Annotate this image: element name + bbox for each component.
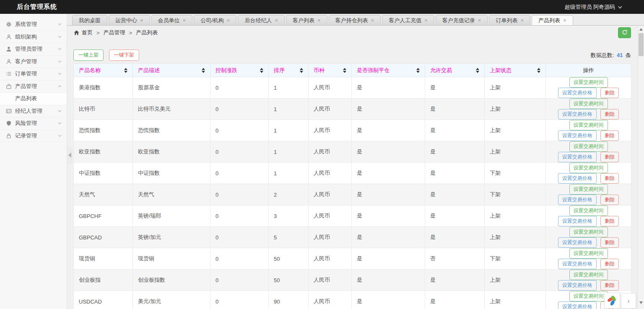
tab-my-desktop[interactable]: 我的桌面 — [72, 15, 107, 25]
set-trade-time-button[interactable]: 设置交易时间 — [569, 248, 608, 259]
sidebar-collapse-handle[interactable] — [67, 147, 73, 164]
column-header-product-name[interactable]: 产品名称 — [74, 64, 133, 77]
data-total: 数据总数: 41 条 — [591, 52, 631, 59]
sidebar-item-product-list[interactable]: 产品列表 — [0, 93, 67, 105]
sidebar-item-risk-management[interactable]: 风险管理 — [0, 117, 67, 130]
column-header-currency[interactable]: 币种 — [309, 64, 352, 77]
cell-price-control: 0 — [210, 120, 269, 141]
tab-member-units[interactable]: 会员单位× — [151, 15, 193, 25]
scroll-up-icon[interactable] — [639, 28, 643, 31]
delete-button[interactable]: 删除 — [600, 237, 619, 248]
breadcrumb-product-list[interactable]: 产品列表 — [136, 29, 158, 36]
column-header-listing-status[interactable]: 上架状态 — [485, 64, 546, 77]
tab-customer-manual-deposit[interactable]: 客户人工充值× — [382, 15, 434, 25]
tab-close-icon[interactable]: × — [275, 18, 278, 23]
set-trade-price-button[interactable]: 设置交易价格 — [558, 301, 597, 309]
delete-button[interactable]: 删除 — [600, 216, 619, 226]
delete-button[interactable]: 删除 — [600, 109, 619, 119]
set-trade-time-button[interactable]: 设置交易时间 — [569, 99, 608, 109]
main-area: 我的桌面 运营中心× 会员单位× 公司/机构× 后台经纪人× 客户列表× 客户持… — [67, 14, 644, 309]
tab-customer-list[interactable]: 客户列表× — [286, 15, 327, 25]
delete-button[interactable]: 删除 — [600, 259, 619, 269]
set-trade-price-button[interactable]: 设置交易价格 — [558, 195, 597, 205]
set-trade-price-button[interactable]: 设置交易价格 — [558, 88, 597, 98]
set-trade-time-button[interactable]: 设置交易时间 — [569, 184, 608, 195]
cell-product-desc: 创业板指数 — [133, 270, 210, 291]
set-trade-time-button[interactable]: 设置交易时间 — [569, 77, 608, 88]
sidebar-item-product-management[interactable]: 产品管理 — [0, 80, 67, 93]
sort-icon — [416, 68, 420, 73]
cell-price-control: 0 — [210, 248, 269, 270]
sidebar-item-order-management[interactable]: 订单管理 — [0, 68, 67, 80]
column-header-allow-trading[interactable]: 允许交易 — [425, 64, 485, 77]
scrollbar-thumb[interactable] — [639, 33, 644, 56]
breadcrumb-home[interactable]: 首页 — [82, 29, 93, 36]
tab-close-icon[interactable]: × — [227, 18, 230, 23]
sidebar-item-customer-management[interactable]: 客户管理 — [0, 56, 67, 68]
tab-close-icon[interactable]: × — [424, 18, 428, 23]
delete-button[interactable]: 删除 — [600, 173, 619, 184]
breadcrumb-product-management[interactable]: 产品管理 — [104, 29, 125, 36]
sidebar-item-broker-management[interactable]: 经纪人管理 — [0, 105, 67, 118]
set-trade-price-button[interactable]: 设置交易价格 — [558, 173, 597, 184]
sidebar-item-admin-management[interactable]: 管理员管理 — [0, 43, 67, 56]
vertical-scrollbar[interactable] — [638, 26, 644, 309]
tab-close-icon[interactable]: × — [371, 18, 374, 23]
delete-button[interactable]: 删除 — [600, 152, 619, 162]
cell-allow-trading: 是 — [425, 141, 485, 163]
column-header-price-control[interactable]: 控制涨跌 — [210, 64, 269, 77]
set-trade-price-button[interactable]: 设置交易价格 — [558, 216, 597, 226]
set-trade-price-button[interactable]: 设置交易价格 — [558, 152, 597, 162]
next-button[interactable]: › — [621, 293, 636, 309]
set-trade-price-button[interactable]: 设置交易价格 — [558, 280, 597, 291]
column-header-sort-order[interactable]: 排序 — [269, 64, 309, 77]
column-header-product-desc[interactable]: 产品描述 — [133, 64, 210, 77]
cell-sort-order: 2 — [269, 184, 309, 205]
tab-customer-positions[interactable]: 客户持仓列表× — [329, 15, 381, 25]
set-trade-time-button[interactable]: 设置交易时间 — [569, 120, 608, 130]
table-row: USDCAD 美元/加元 0 90 人民币 是 是 上架 设置交易时间 设置交易… — [74, 291, 631, 309]
sidebar-item-organization[interactable]: 组织架构 — [0, 31, 67, 44]
cell-allow-trading: 是 — [425, 291, 485, 309]
cell-currency: 人民币 — [309, 163, 352, 184]
delete-button[interactable]: 删除 — [600, 88, 619, 98]
delete-button[interactable]: 删除 — [600, 130, 619, 141]
tab-close-icon[interactable]: × — [520, 18, 524, 23]
set-trade-price-button[interactable]: 设置交易价格 — [558, 259, 597, 269]
tab-customer-deposit-records[interactable]: 客户充值记录× — [436, 15, 488, 25]
bag-icon — [6, 83, 12, 89]
set-trade-time-button[interactable]: 设置交易时间 — [569, 227, 608, 237]
set-trade-price-button[interactable]: 设置交易价格 — [558, 109, 597, 119]
tab-product-list[interactable]: 产品列表× — [532, 15, 573, 25]
set-trade-time-button[interactable]: 设置交易时间 — [569, 205, 608, 216]
tab-close-icon[interactable]: × — [183, 18, 186, 23]
tab-close-icon[interactable]: × — [140, 18, 143, 23]
refresh-button[interactable] — [618, 27, 631, 38]
tab-close-icon[interactable]: × — [563, 18, 566, 23]
tab-backend-brokers[interactable]: 后台经纪人× — [238, 15, 285, 25]
set-trade-time-button[interactable]: 设置交易时间 — [569, 163, 608, 173]
batch-delist-button[interactable]: 一键下架 — [109, 49, 139, 61]
set-trade-time-button[interactable]: 设置交易时间 — [569, 270, 608, 280]
tab-operations-center[interactable]: 运营中心× — [109, 15, 150, 25]
sidebar-item-record-management[interactable]: 记录管理 — [0, 130, 67, 143]
batch-list-button[interactable]: 一键上架 — [73, 49, 104, 61]
set-trade-price-button[interactable]: 设置交易价格 — [558, 237, 597, 248]
user-menu-label: 超级管理员 阿奇源码 — [564, 3, 615, 11]
sidebar-item-system-management[interactable]: 系统管理 — [0, 18, 67, 31]
user-menu[interactable]: 超级管理员 阿奇源码 — [564, 3, 622, 11]
scroll-down-icon[interactable] — [639, 301, 643, 304]
tab-order-list[interactable]: 订单列表× — [489, 15, 530, 25]
tab-close-icon[interactable]: × — [478, 18, 481, 23]
tab-close-icon[interactable]: × — [317, 18, 321, 23]
delete-button[interactable]: 删除 — [600, 195, 619, 205]
set-trade-time-button[interactable]: 设置交易时间 — [569, 141, 608, 152]
cell-price-control: 0 — [210, 291, 269, 309]
delete-button[interactable]: 删除 — [600, 280, 619, 291]
set-trade-time-button[interactable]: 设置交易时间 — [569, 291, 608, 301]
logo-badge[interactable] — [604, 293, 620, 309]
set-trade-price-button[interactable]: 设置交易价格 — [558, 130, 597, 141]
tab-company-org[interactable]: 公司/机构× — [194, 15, 236, 25]
column-header-force-liquidation[interactable]: 是否强制平仓 — [352, 64, 425, 77]
cell-listing-status: 上架 — [485, 205, 546, 227]
